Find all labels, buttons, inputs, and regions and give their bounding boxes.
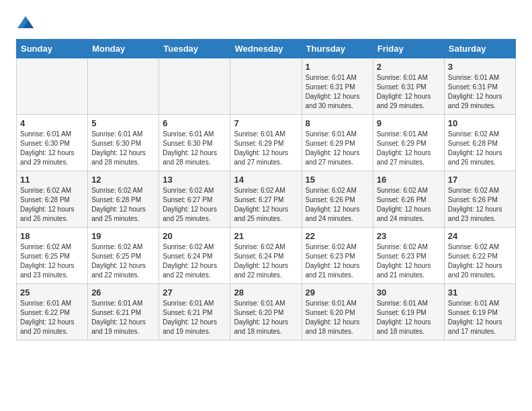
day-info: Sunrise: 6:02 AM Sunset: 6:28 PM Dayligh… (448, 130, 512, 167)
day-number: 31 (448, 287, 512, 298)
calendar-cell: 5Sunrise: 6:01 AM Sunset: 6:30 PM Daylig… (88, 115, 159, 171)
calendar-cell: 17Sunrise: 6:02 AM Sunset: 6:26 PM Dayli… (444, 171, 515, 228)
day-info: Sunrise: 6:01 AM Sunset: 6:31 PM Dayligh… (306, 73, 369, 111)
calendar-cell (17, 58, 88, 115)
calendar-cell: 24Sunrise: 6:02 AM Sunset: 6:22 PM Dayli… (444, 228, 515, 284)
day-info: Sunrise: 6:02 AM Sunset: 6:23 PM Dayligh… (306, 242, 369, 280)
day-info: Sunrise: 6:02 AM Sunset: 6:26 PM Dayligh… (448, 186, 512, 224)
calendar-cell: 26Sunrise: 6:01 AM Sunset: 6:21 PM Dayli… (88, 284, 159, 340)
day-header-tuesday: Tuesday (159, 40, 230, 58)
day-number: 11 (20, 175, 84, 185)
day-number: 15 (306, 175, 369, 185)
day-header-monday: Monday (88, 40, 159, 58)
calendar-cell: 19Sunrise: 6:02 AM Sunset: 6:25 PM Dayli… (88, 228, 159, 284)
day-info: Sunrise: 6:02 AM Sunset: 6:26 PM Dayligh… (377, 186, 441, 224)
calendar-week-row: 11Sunrise: 6:02 AM Sunset: 6:28 PM Dayli… (17, 171, 516, 228)
calendar-week-row: 4Sunrise: 6:01 AM Sunset: 6:30 PM Daylig… (17, 115, 516, 171)
day-info: Sunrise: 6:02 AM Sunset: 6:25 PM Dayligh… (20, 242, 84, 280)
day-info: Sunrise: 6:01 AM Sunset: 6:22 PM Dayligh… (20, 299, 84, 336)
day-info: Sunrise: 6:01 AM Sunset: 6:31 PM Dayligh… (377, 73, 441, 111)
calendar-cell: 6Sunrise: 6:01 AM Sunset: 6:30 PM Daylig… (159, 115, 230, 171)
calendar-cell: 9Sunrise: 6:01 AM Sunset: 6:29 PM Daylig… (373, 115, 444, 171)
calendar-cell: 2Sunrise: 6:01 AM Sunset: 6:31 PM Daylig… (373, 58, 444, 115)
day-number: 14 (234, 175, 298, 185)
day-number: 3 (448, 62, 512, 72)
day-number: 24 (448, 231, 512, 241)
logo-icon (16, 13, 35, 32)
day-number: 30 (377, 287, 441, 298)
day-number: 26 (91, 287, 155, 298)
day-number: 22 (306, 231, 369, 241)
calendar-cell: 25Sunrise: 6:01 AM Sunset: 6:22 PM Dayli… (17, 284, 88, 340)
day-number: 5 (91, 118, 155, 128)
day-number: 18 (20, 231, 84, 241)
calendar-cell: 13Sunrise: 6:02 AM Sunset: 6:27 PM Dayli… (159, 171, 230, 228)
day-info: Sunrise: 6:02 AM Sunset: 6:27 PM Dayligh… (234, 186, 298, 224)
calendar-header-row: SundayMondayTuesdayWednesdayThursdayFrid… (17, 40, 516, 58)
day-info: Sunrise: 6:01 AM Sunset: 6:29 PM Dayligh… (306, 130, 369, 167)
day-number: 6 (163, 118, 226, 128)
calendar-cell: 10Sunrise: 6:02 AM Sunset: 6:28 PM Dayli… (444, 115, 515, 171)
day-header-saturday: Saturday (444, 40, 515, 58)
day-number: 8 (306, 118, 369, 128)
day-number: 2 (377, 62, 441, 72)
day-info: Sunrise: 6:01 AM Sunset: 6:19 PM Dayligh… (377, 299, 441, 336)
calendar-cell: 8Sunrise: 6:01 AM Sunset: 6:29 PM Daylig… (302, 115, 373, 171)
day-info: Sunrise: 6:01 AM Sunset: 6:29 PM Dayligh… (234, 130, 298, 167)
day-info: Sunrise: 6:01 AM Sunset: 6:31 PM Dayligh… (448, 73, 512, 111)
day-number: 1 (306, 62, 369, 72)
logo (16, 13, 38, 32)
day-header-wednesday: Wednesday (230, 40, 302, 58)
calendar-cell: 18Sunrise: 6:02 AM Sunset: 6:25 PM Dayli… (17, 228, 88, 284)
calendar-cell: 12Sunrise: 6:02 AM Sunset: 6:28 PM Dayli… (88, 171, 159, 228)
calendar-cell: 15Sunrise: 6:02 AM Sunset: 6:26 PM Dayli… (302, 171, 373, 228)
calendar-cell: 7Sunrise: 6:01 AM Sunset: 6:29 PM Daylig… (230, 115, 302, 171)
calendar-cell (88, 58, 159, 115)
day-number: 13 (163, 175, 226, 185)
day-info: Sunrise: 6:02 AM Sunset: 6:28 PM Dayligh… (91, 186, 155, 224)
day-info: Sunrise: 6:01 AM Sunset: 6:21 PM Dayligh… (163, 299, 226, 336)
calendar-week-row: 1Sunrise: 6:01 AM Sunset: 6:31 PM Daylig… (17, 58, 516, 115)
calendar-cell: 21Sunrise: 6:02 AM Sunset: 6:24 PM Dayli… (230, 228, 302, 284)
calendar-week-row: 18Sunrise: 6:02 AM Sunset: 6:25 PM Dayli… (17, 228, 516, 284)
day-info: Sunrise: 6:02 AM Sunset: 6:24 PM Dayligh… (234, 242, 298, 280)
day-info: Sunrise: 6:01 AM Sunset: 6:20 PM Dayligh… (234, 299, 298, 336)
calendar-cell: 27Sunrise: 6:01 AM Sunset: 6:21 PM Dayli… (159, 284, 230, 340)
day-number: 20 (163, 231, 226, 241)
day-number: 29 (306, 287, 369, 298)
day-number: 19 (91, 231, 155, 241)
day-number: 21 (234, 231, 298, 241)
calendar-cell: 4Sunrise: 6:01 AM Sunset: 6:30 PM Daylig… (17, 115, 88, 171)
day-info: Sunrise: 6:02 AM Sunset: 6:27 PM Dayligh… (163, 186, 226, 224)
day-info: Sunrise: 6:01 AM Sunset: 6:30 PM Dayligh… (20, 130, 84, 167)
calendar-cell: 1Sunrise: 6:01 AM Sunset: 6:31 PM Daylig… (302, 58, 373, 115)
calendar-cell (230, 58, 302, 115)
day-number: 4 (20, 118, 84, 128)
calendar-cell: 23Sunrise: 6:02 AM Sunset: 6:23 PM Dayli… (373, 228, 444, 284)
day-info: Sunrise: 6:02 AM Sunset: 6:22 PM Dayligh… (448, 242, 512, 280)
day-info: Sunrise: 6:02 AM Sunset: 6:23 PM Dayligh… (377, 242, 441, 280)
day-header-friday: Friday (373, 40, 444, 58)
day-number: 17 (448, 175, 512, 185)
calendar-cell: 30Sunrise: 6:01 AM Sunset: 6:19 PM Dayli… (373, 284, 444, 340)
day-number: 9 (377, 118, 441, 128)
calendar-cell: 16Sunrise: 6:02 AM Sunset: 6:26 PM Dayli… (373, 171, 444, 228)
page-header (16, 13, 516, 32)
day-number: 16 (377, 175, 441, 185)
day-info: Sunrise: 6:02 AM Sunset: 6:25 PM Dayligh… (91, 242, 155, 280)
day-number: 7 (234, 118, 298, 128)
day-info: Sunrise: 6:01 AM Sunset: 6:19 PM Dayligh… (448, 299, 512, 336)
day-number: 23 (377, 231, 441, 241)
day-number: 27 (163, 287, 226, 298)
day-header-thursday: Thursday (302, 40, 373, 58)
day-info: Sunrise: 6:02 AM Sunset: 6:24 PM Dayligh… (163, 242, 226, 280)
day-number: 10 (448, 118, 512, 128)
day-info: Sunrise: 6:02 AM Sunset: 6:28 PM Dayligh… (20, 186, 84, 224)
calendar-cell: 14Sunrise: 6:02 AM Sunset: 6:27 PM Dayli… (230, 171, 302, 228)
day-number: 25 (20, 287, 84, 298)
day-info: Sunrise: 6:01 AM Sunset: 6:29 PM Dayligh… (377, 130, 441, 167)
day-number: 28 (234, 287, 298, 298)
day-info: Sunrise: 6:01 AM Sunset: 6:21 PM Dayligh… (91, 299, 155, 336)
day-header-sunday: Sunday (17, 40, 88, 58)
day-number: 12 (91, 175, 155, 185)
